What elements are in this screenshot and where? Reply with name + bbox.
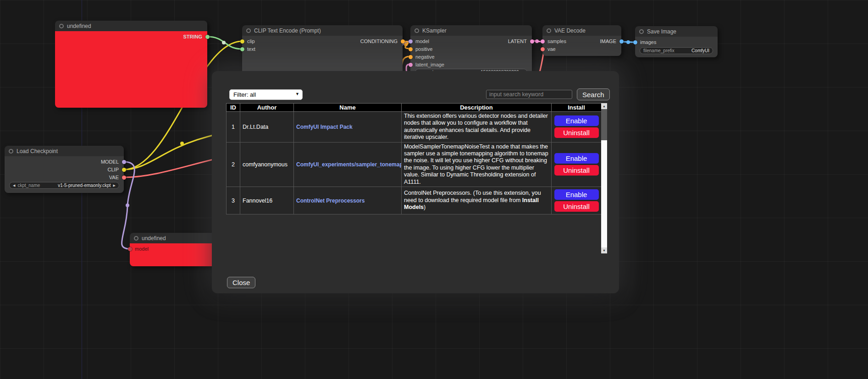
input-port-images: images — [635, 38, 718, 46]
ext-description: This extension offers various detector n… — [402, 112, 552, 143]
enable-button[interactable]: Enable — [554, 153, 599, 164]
enable-button[interactable]: Enable — [554, 189, 599, 200]
model-port-icon[interactable] — [128, 247, 132, 251]
model-port-icon[interactable] — [122, 160, 126, 164]
node-body: samples vae IMAGE — [542, 36, 621, 56]
widget-name: ckpt_name — [17, 183, 40, 188]
port-label: VAE — [109, 175, 119, 180]
collapse-circle-icon[interactable] — [134, 236, 138, 241]
string-port-icon[interactable] — [205, 35, 210, 39]
port-label: negative — [415, 54, 435, 60]
extension-link[interactable]: ComfyUI Impact Pack — [296, 124, 353, 130]
port-label: CONDITIONING — [360, 38, 398, 44]
node-title: undefined — [67, 23, 91, 29]
uninstall-button[interactable]: Uninstall — [554, 201, 599, 212]
vae-port-icon[interactable] — [122, 176, 126, 180]
uninstall-button[interactable]: Uninstall — [554, 127, 599, 138]
widget-next-icon[interactable]: ▶ — [113, 182, 116, 189]
collapse-circle-icon[interactable] — [59, 24, 64, 28]
latent-port-icon[interactable] — [409, 63, 413, 67]
node-title-bar[interactable]: KSampler — [410, 25, 532, 36]
input-port-text: text — [242, 45, 403, 53]
ckpt-name-widget[interactable]: ◀ ckpt_name v1-5-pruned-emaonly.ckpt ▶ — [9, 182, 119, 189]
port-label: model — [135, 246, 149, 252]
node-undefined-bottom[interactable]: undefined model — [130, 233, 219, 266]
output-port-string: STRING — [55, 33, 207, 40]
extension-link[interactable]: ControlNet Preprocessors — [296, 198, 365, 204]
table-row: 2 comfyanonymous ComfyUI_experiments/sam… — [227, 142, 602, 187]
ext-name: ComfyUI Impact Pack — [294, 112, 402, 143]
table-header-row: ID Author Name Description Install — [227, 104, 602, 112]
image-port-icon[interactable] — [619, 39, 624, 44]
extension-table: ID Author Name Description Install 1 Dr.… — [226, 103, 602, 214]
widget-value: v1-5-pruned-emaonly.ckpt — [58, 183, 111, 188]
node-undefined-top[interactable]: undefined STRING — [55, 21, 207, 108]
collapse-circle-icon[interactable] — [415, 28, 419, 33]
widget-prev-icon[interactable]: ◀ — [13, 182, 15, 189]
ext-author: Fannovel16 — [240, 187, 294, 214]
ext-install-cell: Enable Uninstall — [552, 187, 602, 214]
conditioning-port-icon[interactable] — [409, 47, 413, 51]
input-port-latent-image: latent_image — [410, 61, 532, 68]
scroll-thumb[interactable] — [601, 109, 607, 140]
image-port-icon[interactable] — [633, 40, 637, 44]
string-port-icon[interactable] — [240, 47, 244, 51]
collapse-circle-icon[interactable] — [547, 28, 551, 33]
manager-dialog: Filter: all ▼ Search ID Author Name Desc… — [212, 71, 619, 293]
ext-install-cell: Enable Uninstall — [552, 142, 602, 187]
output-port-image: IMAGE — [542, 38, 621, 45]
node-title-bar[interactable]: undefined — [130, 233, 219, 243]
collapse-circle-icon[interactable] — [246, 28, 251, 33]
node-save-image[interactable]: Save Image images filename_prefix ComfyU… — [635, 26, 718, 57]
ext-author: comfyanonymous — [240, 142, 294, 187]
conditioning-port-icon[interactable] — [409, 55, 413, 59]
node-title-bar[interactable]: VAE Decode — [542, 25, 621, 36]
header-description: Description — [402, 104, 552, 112]
node-title-bar[interactable]: Load Checkpoint — [5, 146, 124, 156]
node-body: MODEL CLIP VAE ◀ ckpt_name v1-5-pruned-e… — [5, 156, 124, 193]
enable-button[interactable]: Enable — [554, 115, 599, 126]
output-port-latent: LATENT — [410, 38, 532, 45]
ext-description: ControlNet Preprocessors. (To use this e… — [402, 187, 552, 214]
node-title: VAE Decode — [554, 27, 586, 34]
ext-name: ControlNet Preprocessors — [294, 187, 402, 214]
close-button[interactable]: Close — [227, 277, 255, 288]
port-label: text — [247, 46, 255, 52]
node-title: undefined — [142, 235, 166, 242]
port-label: CLIP — [108, 167, 119, 172]
filter-select-wrap: Filter: all ▼ — [229, 89, 303, 100]
scrollbar[interactable]: ▲ ▼ — [601, 103, 607, 253]
clip-port-icon[interactable] — [122, 168, 126, 172]
uninstall-button[interactable]: Uninstall — [554, 165, 599, 176]
port-label: IMAGE — [600, 38, 616, 44]
search-button[interactable]: Search — [577, 88, 610, 100]
port-label: LATENT — [508, 38, 527, 44]
conditioning-port-icon[interactable] — [401, 39, 405, 44]
node-load-checkpoint[interactable]: Load Checkpoint MODEL CLIP VAE ◀ ckpt_na… — [5, 146, 124, 193]
node-title-bar[interactable]: undefined — [55, 21, 207, 31]
node-title-bar[interactable]: CLIP Text Encode (Prompt) — [242, 25, 403, 36]
search-input[interactable] — [486, 90, 572, 99]
node-title: KSampler — [422, 27, 447, 34]
input-port-negative: negative — [410, 53, 532, 60]
latent-port-icon[interactable] — [530, 39, 534, 44]
scroll-down-icon[interactable]: ▼ — [601, 247, 607, 253]
node-title-bar[interactable]: Save Image — [635, 26, 718, 37]
output-port-conditioning: CONDITIONING — [242, 38, 403, 45]
vae-port-icon[interactable] — [541, 47, 545, 51]
scroll-up-icon[interactable]: ▲ — [601, 103, 607, 109]
ext-id: 2 — [227, 142, 240, 187]
port-label: MODEL — [101, 159, 119, 165]
port-label: images — [640, 39, 656, 45]
node-body: images filename_prefix ComfyUI — [635, 37, 718, 57]
node-body: model — [130, 243, 219, 266]
node-vae-decode[interactable]: VAE Decode samples vae IMAGE — [542, 25, 621, 56]
widget-name: filename_prefix — [643, 48, 674, 53]
collapse-circle-icon[interactable] — [9, 149, 13, 154]
desc-text: ControlNet Preprocessors. (To use this e… — [404, 190, 541, 203]
extension-link[interactable]: ComfyUI_experiments/sampler_tonemap — [296, 161, 402, 168]
filename-prefix-widget[interactable]: filename_prefix ComfyUI — [640, 47, 713, 54]
port-label: STRING — [183, 34, 202, 39]
filter-select[interactable]: Filter: all — [229, 89, 303, 100]
collapse-circle-icon[interactable] — [639, 29, 644, 34]
